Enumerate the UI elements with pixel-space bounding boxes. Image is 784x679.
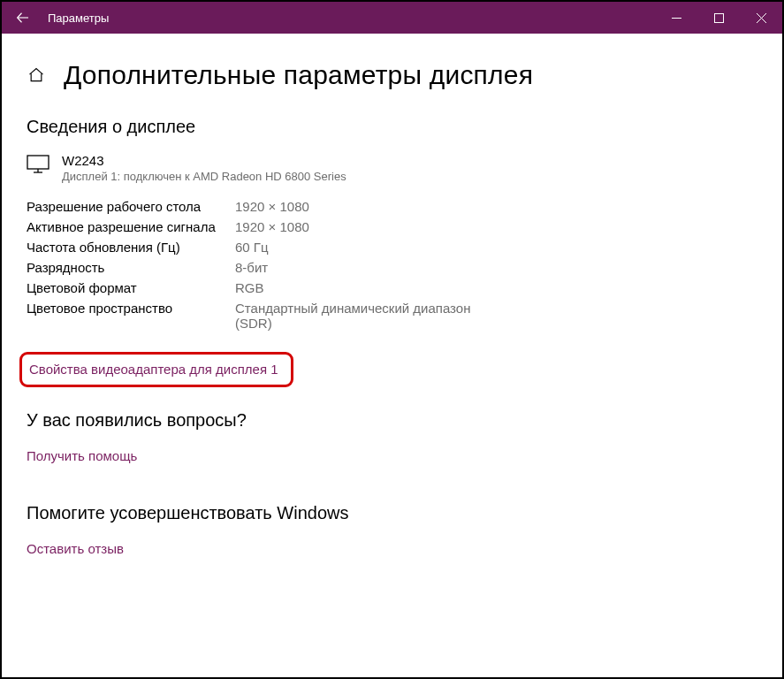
window-controls: [655, 2, 782, 34]
prop-row: Частота обновления (Гц) 60 Гц: [27, 240, 757, 255]
prop-row: Активное разрешение сигнала 1920 × 1080: [27, 219, 757, 234]
page-header: Дополнительные параметры дисплея: [27, 60, 757, 90]
maximize-button[interactable]: [697, 2, 740, 34]
monitor-name: W2243: [62, 153, 346, 168]
prop-key: Цветовое пространство: [27, 301, 235, 331]
prop-row: Цветовой формат RGB: [27, 280, 757, 295]
adapter-properties-link[interactable]: Свойства видеоадаптера для дисплея 1: [29, 362, 278, 377]
titlebar: Параметры: [2, 2, 782, 34]
maximize-icon: [714, 13, 724, 23]
get-help-link[interactable]: Получить помощь: [27, 448, 137, 463]
minimize-button[interactable]: [655, 2, 697, 34]
home-button[interactable]: [27, 65, 46, 85]
prop-row: Разрядность 8-бит: [27, 260, 757, 275]
section-feedback: Помогите усовершенствовать Windows: [27, 503, 757, 523]
page-title: Дополнительные параметры дисплея: [64, 60, 533, 90]
prop-key: Цветовой формат: [27, 280, 235, 295]
highlight-annotation: Свойства видеоадаптера для дисплея 1: [19, 352, 293, 387]
prop-val: 1920 × 1080: [235, 199, 309, 214]
prop-row: Разрешение рабочего стола 1920 × 1080: [27, 199, 757, 214]
close-button[interactable]: [740, 2, 782, 34]
prop-key: Разрядность: [27, 260, 235, 275]
home-icon: [27, 66, 45, 84]
window-title: Параметры: [44, 2, 655, 34]
display-properties: Разрешение рабочего стола 1920 × 1080 Ак…: [27, 199, 757, 331]
leave-feedback-link[interactable]: Оставить отзыв: [27, 541, 124, 556]
prop-key: Разрешение рабочего стола: [27, 199, 235, 214]
prop-key: Активное разрешение сигнала: [27, 219, 235, 234]
prop-val: Стандартный динамический диапазон (SDR): [235, 301, 500, 331]
section-display-info: Сведения о дисплее: [27, 117, 757, 137]
minimize-icon: [672, 13, 681, 23]
prop-val: RGB: [235, 280, 264, 295]
prop-row: Цветовое пространство Стандартный динами…: [27, 301, 757, 331]
monitor-summary: W2243 Дисплей 1: подключен к AMD Radeon …: [27, 153, 757, 183]
window-frame: Параметры: [0, 0, 784, 679]
monitor-connection: Дисплей 1: подключен к AMD Radeon HD 680…: [62, 170, 346, 183]
monitor-icon: [27, 153, 49, 178]
svg-rect-2: [714, 13, 723, 22]
prop-val: 60 Гц: [235, 240, 269, 255]
back-button[interactable]: [2, 2, 44, 34]
svg-rect-5: [27, 156, 49, 169]
prop-val: 8-бит: [235, 260, 268, 275]
arrow-left-icon: [15, 10, 31, 26]
section-help: У вас появились вопросы?: [27, 410, 757, 431]
prop-val: 1920 × 1080: [235, 219, 309, 234]
content-area: Дополнительные параметры дисплея Сведени…: [2, 34, 782, 677]
close-icon: [757, 13, 766, 23]
prop-key: Частота обновления (Гц): [27, 240, 235, 255]
